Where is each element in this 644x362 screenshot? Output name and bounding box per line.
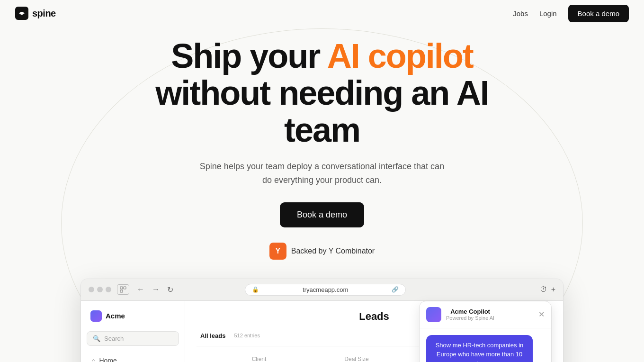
col-client: Client [197, 356, 322, 362]
refresh-button[interactable]: ↻ [165, 284, 175, 295]
hero-book-demo-button[interactable]: Book a demo [280, 202, 364, 227]
hero-title-part1: Ship your [171, 37, 327, 75]
browser-chrome: ← → ↻ 🔒 tryacmeapp.com 🔗 ⏱ + [81, 279, 563, 301]
copilot-panel: Acme Copilot Powered by Spine AI ✕ Show … [419, 301, 552, 362]
traffic-light-red [89, 287, 94, 292]
tab-grid-icon [120, 286, 126, 293]
copilot-close-button[interactable]: ✕ [538, 310, 545, 319]
search-icon: 🔍 [93, 335, 100, 342]
traffic-light-yellow [97, 287, 103, 292]
tab-icon [117, 284, 129, 295]
hero-title-part2: without needing an AI team [155, 74, 488, 149]
app-area: Acme 🔍 Search ⌂ Home [81, 301, 563, 362]
sidebar-search-box[interactable]: 🔍 Search [87, 331, 179, 346]
traffic-light-green [106, 287, 111, 292]
yc-logo-icon: Y [269, 243, 286, 260]
search-placeholder: Search [104, 335, 124, 342]
back-button[interactable]: ← [135, 284, 146, 295]
forward-button[interactable]: → [150, 284, 161, 295]
entries-count: 512 entries [234, 333, 259, 338]
login-link[interactable]: Login [539, 9, 557, 18]
sidebar-brand-name: Acme [106, 312, 125, 320]
address-bar[interactable]: 🔒 tryacmeapp.com 🔗 [245, 284, 406, 296]
clock-button[interactable]: ⏱ [540, 285, 547, 294]
app-sidebar: Acme 🔍 Search ⌂ Home [81, 301, 185, 362]
svg-rect-3 [124, 287, 126, 289]
logo[interactable]: spine [15, 7, 56, 20]
logo-text: spine [32, 8, 56, 19]
copilot-header: Acme Copilot Powered by Spine AI ✕ [420, 301, 551, 328]
lock-icon: 🔒 [252, 286, 259, 293]
hero-title-highlight: AI copilot [327, 37, 473, 75]
browser-nav-icons: ← → ↻ [135, 284, 175, 295]
copilot-name: Acme Copilot [446, 308, 494, 315]
yc-label: Backed by Y Combinator [291, 247, 375, 255]
spine-logo-icon [15, 7, 28, 20]
browser-mockup: ← → ↻ 🔒 tryacmeapp.com 🔗 ⏱ + [80, 279, 564, 362]
hero-section: Ship your AI copilot without needing an … [0, 0, 644, 362]
nav-right: Jobs Login Book a demo [513, 5, 629, 22]
hero-subtitle: Spine helps your team deploy a conversat… [194, 160, 450, 187]
copilot-powered-by: Powered by Spine AI [446, 315, 494, 321]
copilot-info: Acme Copilot Powered by Spine AI [446, 308, 494, 321]
sidebar-brand: Acme [87, 308, 179, 324]
all-leads-tab[interactable]: All leads [197, 330, 229, 341]
plus-button[interactable]: + [551, 285, 555, 294]
home-icon: ⌂ [91, 357, 95, 362]
sidebar-item-home[interactable]: ⌂ Home [87, 353, 179, 362]
svg-point-1 [20, 12, 23, 15]
copilot-body: Show me HR-tech companies in Europe who … [420, 328, 551, 362]
browser-traffic-lights [89, 287, 111, 292]
svg-rect-4 [120, 290, 123, 292]
browser-toolbar-right: ⏱ + [540, 285, 555, 294]
hero-content: Ship your AI copilot without needing an … [118, 38, 526, 279]
yc-badge: Y Backed by Y Combinator [128, 243, 516, 260]
jobs-link[interactable]: Jobs [513, 9, 528, 18]
copilot-avatar [426, 307, 441, 322]
copilot-message: Show me HR-tech companies in Europe who … [426, 335, 533, 362]
hero-title: Ship your AI copilot without needing an … [128, 38, 516, 148]
col-deal-size: Deal size [325, 356, 388, 362]
copilot-header-left: Acme Copilot Powered by Spine AI [426, 307, 494, 322]
sidebar-brand-icon [90, 310, 102, 322]
address-text: tryacmeapp.com [263, 286, 388, 293]
svg-rect-2 [120, 287, 123, 289]
nav-book-demo-button[interactable]: Book a demo [568, 5, 629, 22]
navbar: spine Jobs Login Book a demo [0, 0, 644, 27]
link-icon: 🔗 [392, 286, 399, 293]
sidebar-home-label: Home [99, 357, 116, 362]
